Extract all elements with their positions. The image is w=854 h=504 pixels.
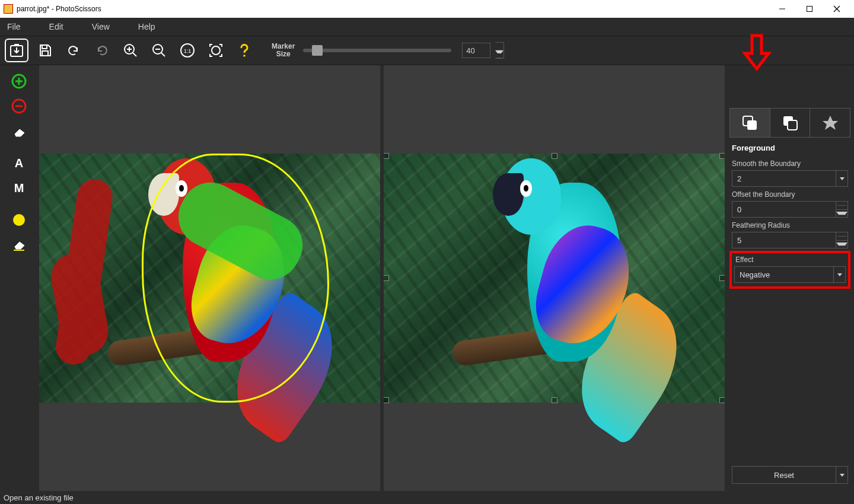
panel-section-title: Foreground xyxy=(726,138,854,156)
svg-line-13 xyxy=(161,53,165,56)
main-area: A M xyxy=(0,65,854,491)
redo-icon xyxy=(94,43,110,58)
crop-handle[interactable] xyxy=(384,153,389,159)
crop-handle[interactable] xyxy=(719,153,725,159)
eraser-underline-icon xyxy=(11,238,27,251)
undo-icon xyxy=(66,43,81,58)
step-down-icon[interactable] xyxy=(495,50,504,58)
result-canvas[interactable] xyxy=(384,65,725,491)
open-button[interactable] xyxy=(5,39,28,62)
reset-dropdown[interactable] xyxy=(836,467,847,483)
effect-field[interactable]: Negative xyxy=(734,266,846,283)
effect-label: Effect xyxy=(733,254,847,266)
marker-size-slider[interactable] xyxy=(303,49,451,52)
zoom-fit-button[interactable] xyxy=(204,39,228,62)
zoom-1to1-icon: 1:1 xyxy=(180,43,195,58)
marker-size-value[interactable]: 40 xyxy=(462,43,490,58)
background-stroke xyxy=(53,177,114,366)
effect-value[interactable]: Negative xyxy=(735,267,833,282)
plus-circle-icon xyxy=(11,74,27,89)
annotation-arrow-icon xyxy=(739,33,775,71)
menu-edit[interactable]: Edit xyxy=(42,20,85,34)
svg-rect-1 xyxy=(807,7,812,12)
crop-handle[interactable] xyxy=(719,397,725,403)
smooth-field[interactable]: 2 xyxy=(732,170,848,187)
window-title: parrot.jpg* - PhotoScissors xyxy=(17,5,101,13)
svg-marker-32 xyxy=(823,116,838,130)
effect-highlight: Effect Negative xyxy=(729,251,850,289)
undo-button[interactable] xyxy=(62,39,85,62)
auto-mode-button[interactable]: A xyxy=(5,152,33,174)
crop-handle[interactable] xyxy=(552,153,557,159)
foreground-tab-icon xyxy=(741,114,759,132)
menu-view[interactable]: View xyxy=(85,20,131,34)
eraser-button[interactable] xyxy=(5,120,33,142)
feather-value[interactable]: 5 xyxy=(732,232,836,248)
zoom-in-button[interactable] xyxy=(119,39,142,62)
smooth-dropdown[interactable] xyxy=(836,171,847,186)
marker-size-stepper[interactable] xyxy=(495,42,504,59)
background-marker-button[interactable] xyxy=(5,95,33,117)
offset-value[interactable]: 0 xyxy=(732,202,836,217)
offset-stepper[interactable] xyxy=(836,202,847,217)
minimize-button[interactable] xyxy=(769,0,796,18)
zoom-in-icon xyxy=(123,43,138,58)
step-up-icon[interactable] xyxy=(495,43,504,50)
title-bar: parrot.jpg* - PhotoScissors xyxy=(0,0,854,18)
tab-foreground[interactable] xyxy=(730,109,770,137)
crop-handle[interactable] xyxy=(384,397,389,403)
marker-size-label: MarkerSize xyxy=(272,43,295,58)
help-button[interactable] xyxy=(232,39,256,62)
foreground-marker-button[interactable] xyxy=(5,70,33,92)
manual-mode-button[interactable]: M xyxy=(5,177,33,199)
yellow-marker-button[interactable] xyxy=(5,209,33,231)
save-icon xyxy=(37,43,53,58)
svg-point-25 xyxy=(13,214,25,226)
svg-marker-24 xyxy=(15,129,24,136)
open-icon xyxy=(8,42,25,59)
eraser-icon xyxy=(11,125,27,138)
svg-rect-6 xyxy=(42,45,47,49)
left-toolbar: A M xyxy=(0,65,38,491)
svg-rect-7 xyxy=(42,51,48,56)
crop-handle[interactable] xyxy=(552,397,557,403)
tab-background[interactable] xyxy=(770,109,811,137)
zoom-fit-icon xyxy=(208,43,224,58)
crop-handle[interactable] xyxy=(719,275,725,281)
zoom-actual-button[interactable]: 1:1 xyxy=(176,39,199,62)
toolbar: 1:1 MarkerSize 40 xyxy=(0,36,854,65)
save-button[interactable] xyxy=(33,39,57,62)
canvas-area xyxy=(38,65,726,491)
svg-line-9 xyxy=(133,53,136,56)
source-canvas[interactable] xyxy=(39,65,380,491)
parrot-negative xyxy=(493,158,664,397)
menu-bar: File Edit View Help xyxy=(0,18,854,36)
svg-marker-26 xyxy=(15,242,24,249)
reset-label: Reset xyxy=(732,467,836,483)
close-button[interactable] xyxy=(823,0,850,18)
star-icon xyxy=(821,114,839,132)
minus-circle-icon xyxy=(11,98,27,114)
smooth-label: Smooth the Boundary xyxy=(726,156,854,170)
feather-stepper[interactable] xyxy=(836,232,847,248)
smooth-value[interactable]: 2 xyxy=(732,171,836,186)
menu-help[interactable]: Help xyxy=(131,20,177,34)
offset-field[interactable]: 0 xyxy=(732,201,848,218)
question-icon xyxy=(237,43,252,58)
zoom-out-button[interactable] xyxy=(147,39,171,62)
menu-file[interactable]: File xyxy=(2,20,42,34)
yellow-circle-icon xyxy=(11,212,27,228)
clear-marker-button[interactable] xyxy=(5,234,33,256)
status-bar: Open an existing file xyxy=(0,491,854,504)
feather-field[interactable]: 5 xyxy=(732,232,848,248)
effect-dropdown[interactable] xyxy=(833,267,845,282)
svg-rect-31 xyxy=(788,120,797,130)
tab-effects[interactable] xyxy=(810,109,850,137)
slider-thumb[interactable] xyxy=(312,45,323,56)
crop-handle[interactable] xyxy=(384,275,389,281)
maximize-button[interactable] xyxy=(796,0,823,18)
reset-button[interactable]: Reset xyxy=(732,466,848,484)
redo-button[interactable] xyxy=(90,39,114,62)
source-image xyxy=(39,154,380,403)
result-image xyxy=(384,154,725,403)
